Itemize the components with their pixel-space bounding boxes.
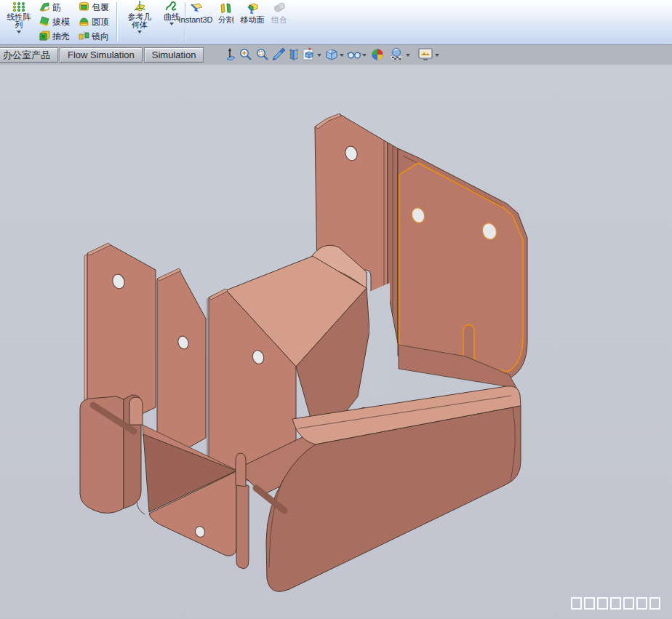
- instant3d-button[interactable]: Instant3D: [176, 2, 215, 24]
- draft-button[interactable]: 拔模: [39, 15, 70, 29]
- model-canvas: [0, 0, 672, 619]
- linear-pattern-dropdown-icon[interactable]: [17, 31, 21, 33]
- watermark-placeholder-glyphs: [571, 597, 660, 610]
- rib-icon: [39, 1, 50, 14]
- split-label: 分割: [218, 16, 234, 24]
- wrap-icon: [79, 1, 89, 14]
- zoom-to-area-icon[interactable]: [239, 47, 253, 65]
- section-view-icon[interactable]: [271, 47, 286, 65]
- reference-geometry-icon: [132, 1, 147, 13]
- dome-icon: [79, 16, 89, 28]
- combine-label: 组合: [271, 16, 287, 24]
- shell-icon: [39, 31, 50, 43]
- curves-dropdown-icon[interactable]: [169, 23, 174, 25]
- tab-flow-simulation[interactable]: Flow Simulation: [60, 47, 143, 63]
- combine-icon: [273, 2, 286, 16]
- linear-pattern-button[interactable]: 线性阵 列: [1, 1, 36, 33]
- view-settings-dropdown-icon[interactable]: [435, 54, 439, 57]
- rotate-view-icon[interactable]: [287, 47, 301, 65]
- zoom-to-fit-icon[interactable]: [255, 47, 270, 65]
- linear-pattern-label2: 列: [15, 21, 23, 29]
- tab-office-label: 办公室产品: [3, 49, 50, 62]
- move-face-label: 移动面: [241, 16, 265, 24]
- rib-button[interactable]: 筋: [39, 1, 61, 15]
- instant3d-icon: [188, 2, 204, 16]
- view-orientation-icon[interactable]: [302, 47, 316, 65]
- draft-icon: [39, 16, 50, 28]
- tab-simulation-label: Simulation: [152, 49, 196, 60]
- edit-appearance-icon[interactable]: [370, 47, 385, 65]
- shell-label: 抽壳: [52, 31, 70, 43]
- instant3d-label: Instant3D: [178, 16, 212, 24]
- dome-button[interactable]: 圆顶: [79, 15, 109, 29]
- draft-label: 拔模: [52, 16, 70, 28]
- features-toolbar: 线性阵 列 筋 拔模 抽壳 包覆 圆顶 镜: [0, 0, 672, 45]
- tab-simulation[interactable]: Simulation: [144, 47, 204, 63]
- dome-label: 圆顶: [92, 16, 109, 28]
- toolbar-separator: [116, 2, 117, 41]
- sheet-metal-bracket-model: [80, 113, 527, 591]
- reference-geometry-label2: 何体: [132, 21, 148, 29]
- split-button[interactable]: 分割: [215, 2, 237, 24]
- display-style-dropdown-icon[interactable]: [340, 54, 344, 57]
- apply-scene-icon[interactable]: [388, 47, 404, 65]
- rib-label: 筋: [52, 1, 61, 14]
- tab-flow-label: Flow Simulation: [68, 49, 135, 60]
- shell-button[interactable]: 抽壳: [39, 30, 70, 44]
- reference-geometry-button[interactable]: 参考几 何体: [121, 1, 159, 33]
- split-icon: [220, 2, 233, 16]
- apply-scene-dropdown-icon[interactable]: [406, 54, 410, 57]
- mirror-button[interactable]: 镜向: [79, 30, 109, 44]
- selected-face[interactable]: [399, 163, 523, 372]
- mirror-label: 镜向: [92, 31, 109, 43]
- view-settings-icon[interactable]: [417, 47, 433, 65]
- graphics-area[interactable]: [0, 64, 672, 619]
- move-face-button[interactable]: 移动面: [237, 2, 268, 24]
- move-face-icon: [245, 2, 260, 16]
- hide-show-items-icon[interactable]: [347, 47, 361, 65]
- view-orientation-dropdown-icon[interactable]: [317, 54, 321, 57]
- mirror-icon: [79, 31, 89, 43]
- hide-show-dropdown-icon[interactable]: [362, 54, 367, 57]
- display-style-icon[interactable]: [324, 47, 339, 65]
- wrap-label: 包覆: [92, 1, 109, 14]
- normal-to-icon[interactable]: [223, 47, 237, 65]
- tab-office-products[interactable]: 办公室产品: [0, 47, 58, 63]
- reference-geometry-dropdown-icon[interactable]: [137, 31, 142, 33]
- linear-pattern-icon: [12, 1, 25, 13]
- combine-button[interactable]: 组合: [268, 2, 291, 24]
- wrap-button[interactable]: 包覆: [79, 1, 109, 15]
